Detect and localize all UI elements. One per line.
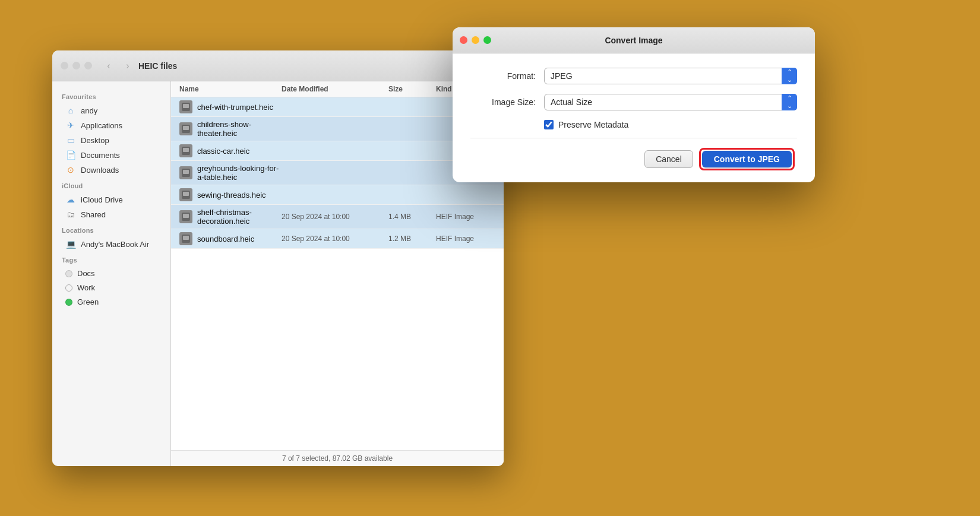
sidebar-shared-label: Shared — [81, 210, 106, 219]
downloads-icon: ⊙ — [65, 165, 76, 175]
file-name: classic-car.heic — [179, 144, 282, 157]
col-size: Size — [388, 85, 436, 93]
window-minimize-button[interactable] — [72, 62, 80, 69]
table-row[interactable]: soundboard.heic 20 Sep 2024 at 10:00 1.2… — [171, 229, 504, 249]
dialog-divider — [470, 138, 797, 138]
format-row: Format: JPEG PNG TIFF BMP PDF ⌃⌄ — [470, 68, 797, 84]
sidebar-locations-label: Locations — [52, 222, 170, 236]
file-size: 1.2 MB — [388, 235, 436, 243]
back-button[interactable]: ‹ — [102, 59, 116, 73]
sidebar-andy-label: andy — [81, 106, 97, 115]
sidebar-favourites-label: Favourites — [52, 88, 170, 103]
sidebar: Favourites ⌂ andy ✈ Applications ▭ Deskt… — [52, 81, 171, 466]
image-size-label: Image Size: — [470, 97, 536, 107]
docs-tag-dot — [65, 270, 72, 277]
home-icon: ⌂ — [65, 106, 76, 115]
sidebar-item-documents[interactable]: 📄 Documents — [56, 148, 167, 162]
file-thumbnail — [179, 166, 192, 179]
dialog-max-button[interactable] — [483, 36, 491, 44]
finder-body: Favourites ⌂ andy ✈ Applications ▭ Deskt… — [52, 81, 504, 466]
sidebar-item-downloads[interactable]: ⊙ Downloads — [56, 163, 167, 177]
svg-rect-3 — [183, 126, 189, 130]
dialog-titlebar: Convert Image — [453, 27, 815, 53]
sidebar-icloud-label: iCloud Drive — [81, 195, 123, 204]
finder-window: ‹ › HEIC files Favourites ⌂ andy ✈ Appli… — [52, 50, 504, 466]
desktop-icon: ▭ — [65, 135, 76, 145]
documents-icon: 📄 — [65, 150, 76, 160]
sidebar-documents-label: Documents — [81, 151, 120, 160]
file-kind: HEIF Image — [436, 235, 495, 243]
shared-icon: 🗂 — [65, 210, 76, 219]
convert-button[interactable]: Convert to JPEG — [702, 151, 792, 167]
sidebar-applications-label: Applications — [81, 121, 122, 130]
file-thumbnail — [179, 210, 192, 223]
table-row[interactable]: sewing-threads.heic — [171, 185, 504, 205]
sidebar-item-desktop[interactable]: ▭ Desktop — [56, 133, 167, 147]
sidebar-item-docs-tag[interactable]: Docs — [56, 267, 167, 280]
image-size-select[interactable]: Actual Size Small (640x480) Medium (1280… — [544, 94, 797, 110]
sidebar-macbook-label: Andy's MacBook Air — [81, 240, 149, 249]
format-label: Format: — [470, 71, 536, 81]
dialog-traffic-lights — [460, 36, 491, 44]
format-select[interactable]: JPEG PNG TIFF BMP PDF — [544, 68, 797, 84]
sidebar-green-tag-label: Green — [77, 297, 99, 306]
preserve-metadata-label: Preserve Metadata — [558, 120, 628, 129]
svg-rect-13 — [183, 236, 189, 240]
finder-title: HEIC files — [138, 61, 177, 71]
file-name: sewing-threads.heic — [179, 188, 282, 201]
sidebar-item-work-tag[interactable]: Work — [56, 281, 167, 295]
cancel-button[interactable]: Cancel — [644, 150, 693, 168]
convert-dialog: Convert Image Format: JPEG PNG TIFF BMP … — [453, 27, 815, 182]
dialog-close-button[interactable] — [460, 36, 467, 44]
file-date: 20 Sep 2024 at 10:00 — [282, 213, 388, 221]
file-thumbnail — [179, 188, 192, 201]
sidebar-item-green-tag[interactable]: Green — [56, 295, 167, 309]
svg-rect-1 — [183, 104, 189, 108]
forward-button[interactable]: › — [121, 59, 135, 73]
file-thumbnail — [179, 122, 192, 135]
sidebar-item-applications[interactable]: ✈ Applications — [56, 118, 167, 132]
preserve-metadata-checkbox[interactable] — [544, 120, 554, 129]
preserve-metadata-row: Preserve Metadata — [470, 120, 797, 129]
image-size-select-wrapper: Actual Size Small (640x480) Medium (1280… — [544, 94, 797, 110]
sidebar-downloads-label: Downloads — [81, 166, 119, 175]
icloud-icon: ☁ — [65, 195, 76, 204]
finder-titlebar: ‹ › HEIC files — [52, 50, 504, 81]
file-date: 20 Sep 2024 at 10:00 — [282, 235, 388, 243]
window-maximize-button[interactable] — [84, 62, 92, 69]
dialog-title: Convert Image — [605, 36, 662, 45]
dialog-footer: Cancel Convert to JPEG — [470, 148, 797, 170]
convert-button-highlight: Convert to JPEG — [699, 148, 795, 170]
sidebar-item-icloud-drive[interactable]: ☁ iCloud Drive — [56, 192, 167, 207]
sidebar-icloud-label: iCloud — [52, 178, 170, 192]
sidebar-item-andy[interactable]: ⌂ andy — [56, 103, 167, 118]
svg-rect-11 — [183, 214, 189, 218]
window-traffic-lights — [61, 62, 92, 69]
applications-icon: ✈ — [65, 121, 76, 130]
format-select-wrapper: JPEG PNG TIFF BMP PDF ⌃⌄ — [544, 68, 797, 84]
sidebar-item-shared[interactable]: 🗂 Shared — [56, 207, 167, 221]
finder-nav: ‹ › — [102, 59, 135, 73]
green-tag-dot — [65, 299, 72, 306]
sidebar-docs-tag-label: Docs — [77, 269, 95, 278]
svg-rect-7 — [183, 170, 189, 174]
file-thumbnail — [179, 232, 192, 245]
col-name: Name — [179, 85, 282, 93]
file-name: soundboard.heic — [179, 232, 282, 245]
sidebar-item-macbook[interactable]: 💻 Andy's MacBook Air — [56, 237, 167, 251]
file-size: 1.4 MB — [388, 213, 436, 221]
file-thumbnail — [179, 144, 192, 157]
file-name: shelf-christmas-decoration.heic — [179, 208, 282, 226]
table-row[interactable]: shelf-christmas-decoration.heic 20 Sep 2… — [171, 205, 504, 229]
macbook-icon: 💻 — [65, 239, 76, 249]
work-tag-dot — [65, 284, 72, 292]
sidebar-desktop-label: Desktop — [81, 136, 109, 145]
dialog-body: Format: JPEG PNG TIFF BMP PDF ⌃⌄ Image S… — [453, 53, 815, 182]
sidebar-work-tag-label: Work — [77, 283, 95, 292]
file-list-footer: 7 of 7 selected, 87.02 GB available — [171, 450, 504, 466]
window-close-button[interactable] — [61, 62, 68, 69]
sidebar-tags-label: Tags — [52, 252, 170, 266]
dialog-min-button[interactable] — [472, 36, 479, 44]
image-size-row: Image Size: Actual Size Small (640x480) … — [470, 94, 797, 110]
file-name: chef-with-trumpet.heic — [179, 100, 282, 113]
